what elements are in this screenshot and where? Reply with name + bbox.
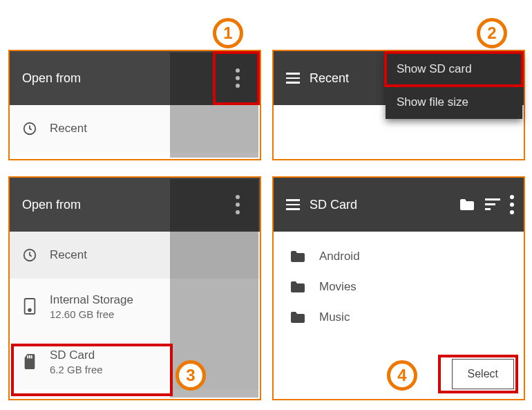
clock-icon bbox=[22, 248, 37, 263]
svg-rect-7 bbox=[485, 198, 500, 201]
overflow-menu-button[interactable] bbox=[222, 178, 253, 232]
callout-2: 2 bbox=[477, 18, 507, 48]
callout-4: 4 bbox=[387, 360, 417, 391]
folder-row[interactable]: Music bbox=[274, 302, 524, 333]
folder-name: Android bbox=[319, 250, 360, 263]
overflow-menu: Show SD card Show file size bbox=[386, 53, 522, 119]
drawer-item-label: Internal Storage bbox=[50, 293, 133, 307]
kebab-icon bbox=[236, 195, 240, 214]
hamburger-icon[interactable] bbox=[286, 73, 300, 84]
appbar: Open from bbox=[10, 51, 260, 105]
overflow-menu-button[interactable] bbox=[510, 195, 514, 214]
new-folder-icon[interactable] bbox=[459, 198, 475, 212]
appbar-title: SD Card bbox=[310, 198, 357, 212]
svg-rect-5 bbox=[29, 355, 30, 359]
drawer-item-sd-card[interactable]: SD Card 6.2 GB free bbox=[10, 334, 260, 389]
kebab-icon bbox=[510, 195, 514, 214]
panel-3-open-from-expanded: Open from Recent Internal Storage 12.60 … bbox=[8, 176, 261, 400]
overflow-menu-button[interactable] bbox=[222, 51, 253, 105]
folder-name: Movies bbox=[319, 280, 357, 294]
drawer-item-sublabel: 12.60 GB free bbox=[50, 308, 133, 320]
drawer-item-sublabel: 6.2 GB free bbox=[50, 364, 103, 375]
drawer-item-recent[interactable]: Recent bbox=[10, 232, 260, 279]
folder-icon bbox=[289, 250, 307, 263]
folder-row[interactable]: Movies bbox=[274, 272, 524, 302]
hamburger-icon[interactable] bbox=[286, 199, 300, 210]
folder-icon bbox=[289, 310, 307, 324]
drawer-item-label: Recent bbox=[50, 248, 87, 262]
appbar-title: Recent bbox=[310, 71, 349, 86]
appbar-title: Open from bbox=[22, 198, 81, 212]
menu-item-show-file-size[interactable]: Show file size bbox=[386, 86, 522, 119]
kebab-icon bbox=[236, 68, 240, 88]
storage-icon bbox=[22, 297, 37, 315]
drawer-item-recent[interactable]: Recent bbox=[10, 105, 260, 152]
appbar: SD Card bbox=[274, 178, 524, 232]
folder-icon bbox=[289, 280, 307, 294]
callout-3: 3 bbox=[175, 360, 206, 391]
svg-rect-6 bbox=[31, 355, 32, 359]
panel-2-recent-menu: Recent Show SD card Show file size bbox=[272, 50, 525, 160]
sd-card-icon bbox=[22, 353, 37, 371]
svg-rect-9 bbox=[485, 208, 491, 210]
drawer-item-label: SD Card bbox=[50, 348, 103, 362]
folder-name: Music bbox=[319, 310, 350, 324]
select-button[interactable]: Select bbox=[452, 359, 514, 389]
svg-point-3 bbox=[28, 309, 31, 312]
callout-1: 1 bbox=[213, 18, 243, 48]
folder-row[interactable]: Android bbox=[274, 241, 524, 272]
svg-rect-4 bbox=[27, 355, 28, 359]
sort-icon[interactable] bbox=[485, 198, 500, 211]
svg-rect-8 bbox=[485, 203, 495, 205]
panel-1-open-from: Open from Recent bbox=[8, 50, 261, 160]
drawer-item-internal-storage[interactable]: Internal Storage 12.60 GB free bbox=[10, 279, 260, 334]
drawer-item-label: Recent bbox=[50, 122, 87, 136]
appbar: Open from bbox=[10, 178, 260, 232]
clock-icon bbox=[22, 121, 37, 136]
appbar-title: Open from bbox=[22, 71, 81, 86]
menu-item-show-sd-card[interactable]: Show SD card bbox=[386, 53, 522, 86]
